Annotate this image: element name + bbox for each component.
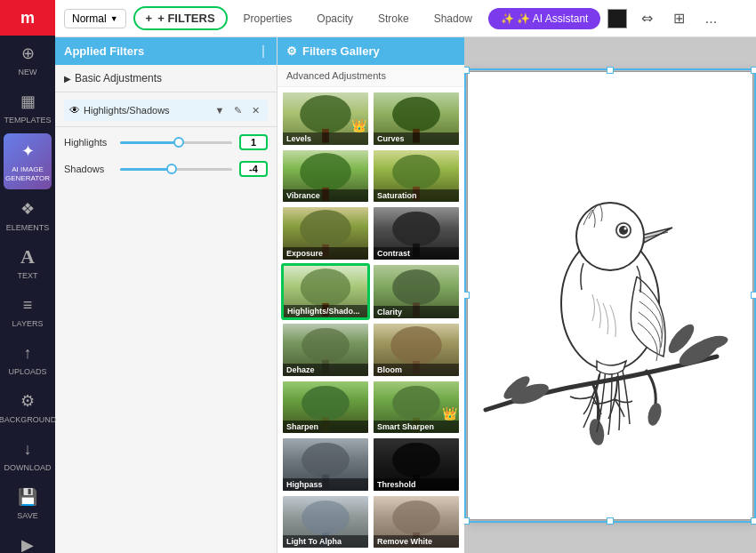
stroke-label: Stroke: [378, 12, 409, 25]
svg-point-16: [302, 328, 350, 363]
layers-icon: ≡: [17, 294, 38, 316]
gallery-item-levels[interactable]: Levels 👑: [281, 91, 370, 147]
hs-dropdown-icon[interactable]: ▼: [213, 103, 227, 117]
sidebar-item-background[interactable]: ⚙ BACKGROUND: [0, 383, 55, 431]
more-options-icon[interactable]: ...: [698, 6, 723, 31]
sidebar-item-text[interactable]: A TEXT: [0, 239, 55, 287]
gallery-item-remove-white[interactable]: Remove White: [372, 494, 461, 550]
gallery-title: Filters Gallery: [302, 44, 380, 58]
gallery-item-contrast[interactable]: Contrast: [372, 205, 461, 261]
svg-point-20: [302, 385, 350, 420]
canvas-container: [467, 71, 753, 520]
gallery-item-sharpen[interactable]: Sharpen: [281, 380, 370, 436]
properties-button[interactable]: Properties: [235, 9, 302, 28]
crop-icon[interactable]: ⊞: [666, 6, 691, 31]
svg-point-8: [300, 210, 351, 248]
levels-badge: 👑: [351, 118, 366, 132]
highlights-value[interactable]: 1: [239, 134, 268, 150]
gallery-item-clarity[interactable]: Clarity: [372, 263, 461, 321]
smart-sharpen-label: Smart Sharpen: [374, 421, 459, 433]
shadows-slider[interactable]: [120, 168, 232, 171]
shadows-label: Shadows: [64, 164, 113, 174]
opacity-button[interactable]: Opacity: [308, 9, 362, 28]
handle-bl[interactable]: [464, 517, 470, 525]
shadows-value[interactable]: -4: [239, 161, 268, 177]
uploads-icon: ↑: [17, 342, 38, 364]
ai-assistant-emoji-icon: ✨: [501, 12, 514, 25]
color-swatch[interactable]: [607, 9, 627, 28]
gallery-item-vibrance[interactable]: Vibrance: [281, 148, 370, 204]
tutorials-icon: ▶: [17, 534, 38, 553]
curves-label: Curves: [374, 132, 459, 145]
gallery-item-light-to-alpha[interactable]: Light To Alpha: [281, 494, 370, 550]
svg-point-30: [392, 500, 440, 534]
stroke-button[interactable]: Stroke: [369, 9, 418, 28]
sidebar-label-download: DOWNLOAD: [4, 463, 51, 472]
sidebar-label-save: SAVE: [17, 511, 37, 520]
sliders-section: Highlights 1 Shadows -4: [55, 127, 277, 195]
gallery-item-smart-sharpen[interactable]: Smart Sharpen 👑: [372, 380, 461, 436]
highlights-shadows-row: 👁 Highlights/Shadows ▼ ✎ ✕: [64, 100, 268, 121]
vibrance-label: Vibrance: [283, 189, 368, 202]
sidebar-item-uploads[interactable]: ↑ UPLOADS: [0, 335, 55, 383]
svg-point-43: [619, 226, 628, 235]
mode-chevron-icon: ▼: [110, 14, 118, 23]
gallery-item-dehaze[interactable]: Dehaze: [281, 322, 370, 378]
gallery-item-highlights-shadows[interactable]: Highlights/Shado...: [281, 263, 370, 321]
sidebar-item-tutorials[interactable]: ▶ TUTORIALS: [0, 527, 55, 553]
gallery-item-bloom[interactable]: Bloom: [372, 322, 461, 378]
ai-image-generator-icon: ✦: [17, 140, 38, 162]
sidebar-item-elements[interactable]: ❖ ELEMENTS: [0, 191, 55, 239]
sidebar-item-layers[interactable]: ≡ LAYERS: [0, 287, 55, 335]
align-icon[interactable]: ⇔: [634, 6, 659, 31]
gallery-item-exposure[interactable]: Exposure: [281, 205, 370, 261]
svg-point-28: [302, 500, 350, 534]
contrast-label: Contrast: [374, 247, 459, 260]
opacity-label: Opacity: [317, 12, 353, 25]
sidebar-item-new[interactable]: ⊕ NEW: [0, 36, 55, 84]
light-to-alpha-label: Light To Alpha: [283, 535, 368, 548]
basic-adjustments-header[interactable]: ▶ Basic Adjustments: [64, 70, 268, 86]
sidebar-label-ai: AI IMAGE GENERATOR: [5, 165, 50, 182]
svg-point-41: [576, 203, 644, 270]
gallery-item-saturation[interactable]: Saturation: [372, 148, 461, 204]
hs-edit-icon[interactable]: ✎: [230, 103, 245, 117]
shadow-button[interactable]: Shadow: [425, 9, 481, 28]
panel-divider: [262, 45, 264, 58]
highlights-slider[interactable]: [120, 141, 232, 144]
sidebar-item-save[interactable]: 💾 SAVE: [0, 479, 55, 527]
svg-point-24: [302, 443, 350, 477]
sidebar-label-elements: ELEMENTS: [6, 223, 50, 232]
sidebar-item-templates[interactable]: ▦ TEMPLATES: [0, 84, 55, 132]
handle-bm[interactable]: [607, 517, 614, 525]
gallery-item-highpass[interactable]: Highpass: [281, 437, 370, 493]
more-label: ...: [705, 11, 717, 27]
basic-adjustments-section: ▶ Basic Adjustments: [55, 65, 277, 92]
sidebar-label-templates: TEMPLATES: [4, 116, 52, 124]
svg-point-2: [392, 97, 440, 132]
svg-point-14: [392, 269, 440, 305]
sidebar-label-new: NEW: [19, 68, 37, 76]
gallery-item-curves[interactable]: Curves: [372, 91, 461, 147]
clarity-label: Clarity: [374, 306, 459, 318]
highlights-shadows-gallery-label: Highlights/Shado...: [284, 305, 367, 317]
mode-dropdown[interactable]: Normal ▼: [64, 9, 126, 28]
gallery-subheader: Advanced Adjustments: [277, 65, 464, 87]
filters-button[interactable]: + + FILTERS: [133, 6, 228, 30]
sidebar-item-download[interactable]: ↓ DOWNLOAD: [0, 431, 55, 479]
sidebar-label-layers: LAYERS: [12, 319, 44, 328]
gallery-item-threshold[interactable]: Threshold: [372, 437, 461, 493]
elements-icon: ❖: [17, 198, 38, 220]
highlights-label: Highlights: [64, 137, 113, 148]
hs-close-icon[interactable]: ✕: [248, 103, 262, 117]
hs-actions: ▼ ✎ ✕: [213, 103, 262, 117]
svg-point-10: [392, 212, 440, 246]
filters-plus-icon: +: [146, 12, 153, 25]
new-icon: ⊕: [17, 43, 38, 64]
svg-point-22: [392, 385, 440, 420]
sidebar-item-ai-image-generator[interactable]: ✦ AI IMAGE GENERATOR: [4, 133, 52, 189]
handle-br[interactable]: [751, 517, 756, 525]
ai-assistant-button[interactable]: ✨ ✨ AI Assistant: [488, 8, 600, 29]
highlights-slider-row: Highlights 1: [64, 134, 268, 150]
filters-gallery-header: ⚙ Filters Gallery: [277, 37, 464, 65]
